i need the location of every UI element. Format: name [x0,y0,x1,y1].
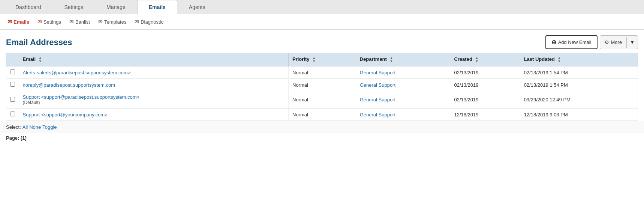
table-row: Support <support@yourcompany.com>NormalG… [6,109,638,121]
subnav-banlist-label: Banlist [75,19,90,25]
add-new-email-button[interactable]: ⊕ Add New Email [545,35,598,49]
header-created[interactable]: Created ▲▼ [450,53,520,66]
row-department: General Support [356,91,450,109]
top-nav: Dashboard Settings Manage Emails Agents [0,0,644,14]
table-footer: Select: All None Toggle [0,121,644,133]
tab-agents[interactable]: Agents [177,0,217,14]
row-department: General Support [356,66,450,79]
row-created: 02/13/2019 [450,79,520,91]
header-department[interactable]: Department ▲▼ [356,53,450,66]
select-none-link[interactable]: None [29,124,41,130]
subnav-templates-label: Templates [104,19,126,25]
settings-email-icon: ✉ [37,19,42,25]
more-label: More [611,39,622,45]
select-controls: Select: All None Toggle [6,124,638,130]
tab-emails[interactable]: Emails [137,0,177,14]
page-header: Email Addresses ⊕ Add New Email ⚙ More ▼ [0,30,644,53]
header-priority[interactable]: Priority ▲▼ [289,53,356,66]
row-checkbox[interactable] [10,82,15,87]
row-checkbox-cell [6,109,19,121]
subnav-settings-label: Settings [43,19,61,25]
row-checkbox[interactable] [10,97,15,102]
sub-nav: ✉ Emails ✉ Settings ✉ Banlist ✉ Template… [0,14,644,30]
department-sort-icon: ▲▼ [390,56,393,63]
email-icon: ✉ [7,19,12,25]
subnav-emails-label: Emails [13,19,29,25]
page-title: Email Addresses [6,38,72,47]
subnav-diagnostic[interactable]: ✉ Diagnostic [132,17,166,26]
row-priority: Normal [289,109,356,121]
header-checkbox-cell [6,53,19,66]
select-all-link[interactable]: All [22,124,28,130]
chevron-down-icon: ▼ [630,39,635,45]
row-last-updated: 12/18/2019 9:08 PM [520,109,638,121]
row-last-updated: 09/29/2020 12:49 PM [520,91,638,109]
email-link[interactable]: Alerts <alerts@paradisepost.supportsyste… [23,70,131,75]
table-body: Alerts <alerts@paradisepost.supportsyste… [6,66,638,121]
page-label: Page: [6,135,19,141]
tab-manage[interactable]: Manage [95,0,137,14]
table-row: Alerts <alerts@paradisepost.supportsyste… [6,66,638,79]
row-checkbox-cell [6,79,19,91]
row-email: noreply@paradisepost.supportsystem.com [19,79,289,91]
table-header: Email ▲▼ Priority ▲▼ Department ▲▼ Creat… [6,53,638,66]
subnav-templates[interactable]: ✉ Templates [95,17,129,26]
priority-sort-icon: ▲▼ [312,56,316,63]
page-current: [1] [21,135,27,141]
row-checkbox[interactable] [10,112,15,116]
row-department: General Support [356,79,450,91]
row-priority: Normal [289,79,356,91]
row-email: Support <support@paradisepost.supportsys… [19,91,289,109]
table-row: Support <support@paradisepost.supportsys… [6,91,638,109]
email-link[interactable]: Support <support@yourcompany.com> [23,112,108,118]
header-last-updated[interactable]: Last Updated ▲▼ [520,53,638,66]
row-last-updated: 02/13/2019 1:54 PM [520,79,638,91]
row-email: Alerts <alerts@paradisepost.supportsyste… [19,66,289,79]
more-dropdown-arrow[interactable]: ▼ [627,37,638,48]
table-row: noreply@paradisepost.supportsystem.comNo… [6,79,638,91]
page-info: Page: [1] [0,133,644,143]
diagnostic-icon: ✉ [135,19,139,25]
header-email[interactable]: Email ▲▼ [19,53,289,66]
subnav-emails[interactable]: ✉ Emails [4,17,32,26]
department-link[interactable]: General Support [360,82,395,88]
row-checkbox[interactable] [10,69,15,74]
header-actions: ⊕ Add New Email ⚙ More ▼ [545,35,638,49]
tab-dashboard[interactable]: Dashboard [4,0,53,14]
row-created: 02/13/2019 [450,91,520,109]
last-updated-sort-icon: ▲▼ [558,56,561,63]
department-link[interactable]: General Support [360,112,395,118]
templates-icon: ✉ [98,19,103,25]
more-button-group: ⚙ More ▼ [600,35,638,49]
row-created: 02/13/2019 [450,66,520,79]
email-sort-icon: ▲▼ [39,56,42,63]
row-last-updated: 02/13/2019 1:54 PM [520,66,638,79]
tab-settings[interactable]: Settings [53,0,95,14]
subnav-diagnostic-label: Diagnostic [141,19,163,25]
row-department: General Support [356,109,450,121]
row-checkbox-cell [6,91,19,109]
row-checkbox-cell [6,66,19,79]
email-table-container: Email ▲▼ Priority ▲▼ Department ▲▼ Creat… [0,53,644,121]
row-email: Support <support@yourcompany.com> [19,109,289,121]
email-table: Email ▲▼ Priority ▲▼ Department ▲▼ Creat… [6,53,638,121]
subnav-settings[interactable]: ✉ Settings [34,17,64,26]
department-link[interactable]: General Support [360,70,395,75]
plus-icon: ⊕ [551,39,556,46]
select-toggle-link[interactable]: Toggle [42,124,57,130]
email-link[interactable]: Support <support@paradisepost.supportsys… [23,94,140,100]
created-sort-icon: ▲▼ [475,56,478,63]
row-priority: Normal [289,66,356,79]
select-label: Select: [6,124,21,130]
email-link[interactable]: noreply@paradisepost.supportsystem.com [23,82,115,88]
more-button-main[interactable]: ⚙ More [600,37,627,48]
row-created: 12/18/2019 [450,109,520,121]
row-priority: Normal [289,91,356,109]
department-link[interactable]: General Support [360,97,395,102]
banlist-icon: ✉ [69,19,74,25]
default-label: (Default) [23,100,285,105]
add-new-email-label: Add New Email [558,39,592,45]
subnav-banlist[interactable]: ✉ Banlist [66,17,93,26]
gear-icon: ⚙ [605,39,609,45]
